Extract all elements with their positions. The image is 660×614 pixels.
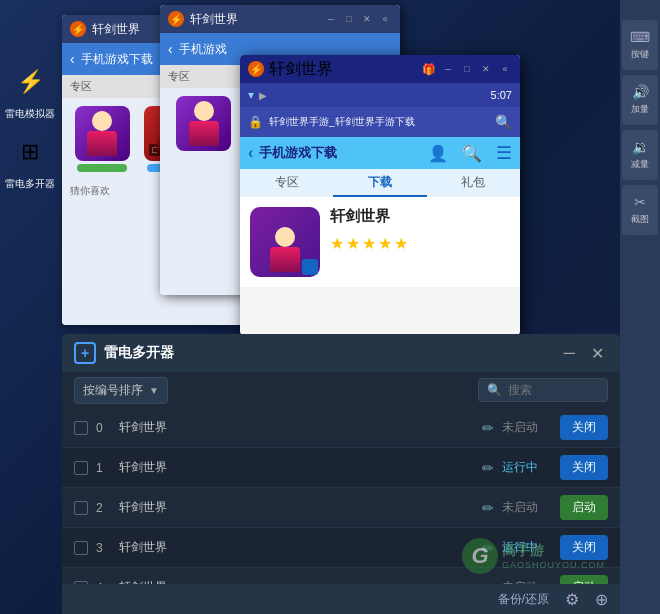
win1-nav-label: 手机游戏下载 (81, 51, 153, 68)
mp-minimize-btn[interactable]: ─ (560, 344, 579, 362)
mp-close-btn[interactable]: ✕ (587, 344, 608, 363)
row0-action-btn[interactable]: 关闭 (560, 415, 608, 440)
status-time: 5:07 (491, 89, 512, 101)
row0-num: 0 (96, 421, 111, 435)
row1-status: 运行中 (502, 459, 552, 476)
row2-name: 轩剑世界 (119, 499, 474, 516)
row4-name: 轩剑世界 (119, 579, 474, 584)
emulator-icon: ⚡ (8, 60, 52, 104)
tab-download[interactable]: 下载 (333, 169, 426, 197)
win3-status-bar: ▾ ▶ 5:07 (240, 83, 520, 107)
multi-icon: ⊞ (8, 130, 52, 174)
win3-nav-label: 手机游戏下载 (259, 144, 337, 162)
row4-action-btn[interactable]: 启动 (560, 575, 608, 584)
win1-bar-1 (77, 164, 127, 172)
left-icon-bar: ⚡ 雷电模拟器 ⊞ 雷电多开器 (0, 60, 60, 190)
multi-icon-item[interactable]: ⊞ 雷电多开器 (5, 130, 55, 190)
row2-checkbox[interactable] (74, 501, 88, 515)
user-icon[interactable]: 👤 (428, 144, 448, 163)
search-nav-icon[interactable]: 🔍 (462, 144, 482, 163)
keys-icon: ⌨ (630, 29, 650, 45)
mp-titlebar: + 雷电多开器 ─ ✕ (62, 334, 620, 372)
row3-name: 轩剑世界 (119, 539, 474, 556)
win2-controls: ─ □ ✕ « (324, 12, 392, 26)
win2-back-icon[interactable]: ‹ (168, 41, 173, 57)
win1-thumb-1 (75, 106, 130, 161)
tab-gift[interactable]: 礼包 (427, 169, 520, 197)
row4-checkbox[interactable] (74, 581, 88, 585)
win3-paw-badge: 🐾 (302, 259, 318, 275)
watermark-logo: G (462, 538, 498, 574)
url-search-icon[interactable]: 🔍 (495, 114, 512, 130)
mp-sort-select[interactable]: 按编号排序 ▼ (74, 377, 168, 404)
row3-num: 3 (96, 541, 111, 555)
win3-nav: ‹ 手机游戏下载 👤 🔍 ☰ (240, 137, 520, 169)
win2-game-1[interactable] (168, 96, 239, 151)
volume-up-button[interactable]: 🔊 加量 (622, 75, 658, 125)
wifi-icon: ▾ (248, 88, 254, 102)
win3-controls: 🎁 ─ □ ✕ « (422, 62, 512, 76)
win2-extra[interactable]: « (378, 12, 392, 26)
mp-footer: 备份/还原 ⚙ ⊕ (62, 584, 620, 614)
win2-minimize[interactable]: ─ (324, 12, 338, 26)
win1-logo: ⚡ (70, 21, 86, 37)
win3-back-icon[interactable]: ‹ (248, 144, 253, 162)
volume-down-icon: 🔉 (632, 139, 649, 155)
table-row: 2 轩剑世界 ✏ 未启动 启动 (62, 488, 620, 528)
signal-icon: ▶ (259, 90, 267, 101)
win3-game-thumb: 🐾 (250, 207, 320, 277)
mp-title: 雷电多开器 (104, 344, 552, 362)
table-row: 1 轩剑世界 ✏ 运行中 关闭 (62, 448, 620, 488)
win1-back-icon[interactable]: ‹ (70, 51, 75, 67)
win2-close[interactable]: ✕ (360, 12, 374, 26)
emulator-label: 雷电模拟器 (5, 108, 55, 120)
mp-settings-icon[interactable]: ⚙ (565, 590, 579, 609)
screenshot-button[interactable]: ✂ 截图 (622, 185, 658, 235)
win3-game-row: 🐾 轩剑世界 ★★★★★ (240, 197, 520, 287)
win3-stars: ★★★★★ (330, 234, 510, 253)
mp-backup-btn[interactable]: 备份/还原 (498, 591, 549, 608)
win3-game-name: 轩剑世界 (330, 207, 510, 226)
mp-dropdown-icon: ▼ (149, 385, 159, 396)
win1-game-1[interactable] (70, 106, 135, 172)
mp-search-input[interactable] (508, 383, 588, 397)
row1-action-btn[interactable]: 关闭 (560, 455, 608, 480)
keys-button[interactable]: ⌨ 按键 (622, 20, 658, 70)
win3-minimize[interactable]: ─ (441, 62, 455, 76)
win2-title: 轩剑世界 (190, 11, 318, 28)
row2-edit-icon[interactable]: ✏ (482, 500, 494, 516)
row2-num: 2 (96, 501, 111, 515)
win3-extra[interactable]: « (498, 62, 512, 76)
win3-close[interactable]: ✕ (479, 62, 493, 76)
volume-down-button[interactable]: 🔉 减量 (622, 130, 658, 180)
menu-icon[interactable]: ☰ (496, 142, 512, 164)
emulator-icon-item[interactable]: ⚡ 雷电模拟器 (5, 60, 55, 120)
url-text: 轩剑世界手游_轩剑世界手游下载 (269, 115, 489, 129)
row0-edit-icon[interactable]: ✏ (482, 420, 494, 436)
win3-maximize[interactable]: □ (460, 62, 474, 76)
volume-up-label: 加量 (631, 103, 649, 116)
watermark: G 高手游 GAOSHOUYOU.COM (462, 538, 605, 574)
row1-edit-icon[interactable]: ✏ (482, 460, 494, 476)
win3-logo: ⚡ (248, 61, 264, 77)
watermark-site-url: GAOSHOUYOU.COM (502, 560, 605, 570)
mp-sort-label: 按编号排序 (83, 382, 143, 399)
row4-num: 4 (96, 581, 111, 585)
right-sidebar: ⌨ 按键 🔊 加量 🔉 减量 ✂ 截图 (620, 0, 660, 614)
row4-edit-icon[interactable]: ✏ (482, 580, 494, 585)
screenshot-label: 截图 (631, 213, 649, 226)
row1-checkbox[interactable] (74, 461, 88, 475)
tab-zone[interactable]: 专区 (240, 169, 333, 197)
win2-maximize[interactable]: □ (342, 12, 356, 26)
win2-logo: ⚡ (168, 11, 184, 27)
win3-tabs: 专区 下载 礼包 (240, 169, 520, 197)
window-3: ⚡ 轩剑世界 🎁 ─ □ ✕ « ▾ ▶ 5:07 🔒 轩剑世界手游_轩剑世界手… (240, 55, 520, 335)
row3-checkbox[interactable] (74, 541, 88, 555)
win2-thumb-1 (176, 96, 231, 151)
row2-action-btn[interactable]: 启动 (560, 495, 608, 520)
row0-checkbox[interactable] (74, 421, 88, 435)
watermark-g: G (471, 543, 488, 569)
row2-status: 未启动 (502, 499, 552, 516)
mp-add-new-icon[interactable]: ⊕ (595, 590, 608, 609)
win3-game-info: 轩剑世界 ★★★★★ (330, 207, 510, 253)
